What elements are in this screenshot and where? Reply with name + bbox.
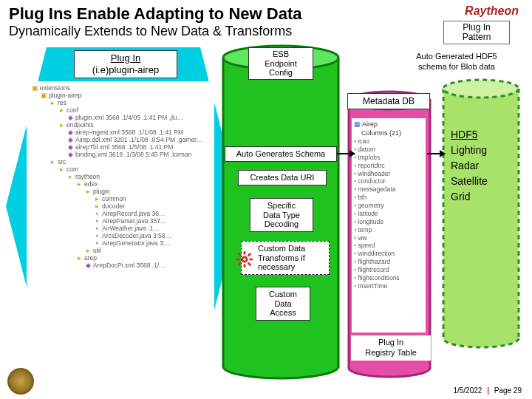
tree-item: arep [84, 254, 97, 262]
col-item: flightrecord [354, 266, 423, 274]
custom-da-l1: Custom [269, 290, 297, 299]
tree-item: AirepGenerator.java 3:… [102, 239, 171, 247]
hdf5-title: HDF5 [451, 127, 514, 143]
col-item: windheader [354, 170, 423, 178]
footer-page: Page 29 [494, 386, 522, 395]
plugin-label-box: Plug In (i.e)plugin-airep [74, 50, 177, 78]
plugin-reg-l2: Registry Table [365, 348, 417, 357]
tree-item: src [58, 158, 66, 166]
plugin-reg-l1: Plug In [378, 338, 403, 347]
tree-item: AirepParser.java 357… [102, 217, 166, 225]
hdf5-item: Lighting [451, 143, 514, 158]
specific-l3: Decoding [265, 219, 299, 228]
col-item: latitude [354, 210, 423, 218]
tree-item: AirepRecord.java 36… [102, 210, 166, 217]
esb-l3: Config [269, 68, 293, 77]
col-item: InsertTime [354, 282, 423, 290]
col-item: icao [354, 137, 423, 146]
footer: 1/5/2022 | Page 29 [453, 386, 522, 395]
tree-item: res [58, 99, 66, 106]
col-item: bth [354, 194, 423, 202]
col-item: conductor [354, 177, 423, 185]
pattern-l2: Pattern [444, 33, 509, 42]
col-item: datum [354, 146, 423, 154]
metadata-label: Metadata DB [347, 93, 430, 109]
auto-hdf5-l1: Auto Generated HDF5 [416, 52, 497, 61]
tree-item: util [93, 247, 101, 254]
svg-line-14 [239, 263, 242, 266]
arrow-meta-to-hdf5 [427, 153, 445, 154]
tree-item: plugin.xml 3568 .1/4/05 .1:41 PM .jlu… [75, 114, 183, 121]
auto-hdf5-l2: schema for Blob data [418, 62, 495, 71]
footer-date: 1/5/2022 [453, 386, 482, 395]
tree-item: Airep.ddl.xml 3201 .1/1/08 .0:54 PM .gam… [75, 136, 202, 143]
col-item: winddirection [354, 250, 423, 258]
svg-line-13 [248, 253, 251, 256]
col-sub: Columns (21) [354, 129, 423, 138]
svg-point-15 [243, 258, 246, 261]
col-item: reportdtrc [354, 162, 423, 170]
hdf5-list: HDF5 Lighting Radar Satellite Grid [451, 127, 514, 205]
tree-item: airepTbl.xml 3568 .1/5/08 .1:41 PM [75, 143, 173, 151]
hdf5-item: Radar [451, 158, 514, 174]
col-item: flighthazard [354, 258, 423, 266]
tree-item: airep-ingest.xml 3568 .1/1/08 .1:41 PM [75, 129, 183, 136]
specific-box: Specific Data Type Decoding [250, 198, 313, 232]
hdf5-item: Grid [451, 189, 514, 205]
column-list: ▦ Airep Columns (21) icao datum tmplobs … [352, 118, 426, 332]
esb-l1: ESB [273, 50, 289, 58]
col-item: temp [354, 226, 423, 234]
hdf5-item: Satellite [451, 174, 514, 189]
arrow-autogen-to-meta [337, 153, 355, 154]
tree-item: conf [66, 106, 78, 114]
plugin-label-l1: Plug In [111, 52, 140, 64]
tree-item: extensions [40, 84, 70, 92]
esb-l2: Endpoint [265, 59, 296, 68]
custom-tx-l3: necessary [258, 262, 295, 271]
auto-gen-box: Auto Generates Schema [225, 146, 337, 162]
tree-item: docoder [102, 202, 125, 210]
col-item: geometry [354, 202, 423, 210]
col-item: speed [354, 242, 423, 250]
custom-transform-box: Custom Data Transforms if necessary [241, 241, 330, 275]
file-tree: ▣extensions ▣plugin-airep ▸res ▸conf ◆pl… [27, 81, 214, 365]
plugin-registry-box: Plug In Registry Table [351, 335, 431, 361]
col-item: longitude [354, 218, 423, 226]
tree-item: plugin-airep [49, 92, 81, 99]
auto-hdf5-caption: Auto Generated HDF5 schema for Blob data [398, 52, 516, 72]
tree-item: com [66, 166, 78, 173]
tree-item: ArepDocPi.xml 3568 .1/… [93, 262, 166, 269]
svg-line-11 [239, 253, 242, 256]
svg-rect-22 [443, 89, 519, 338]
tree-item: plugin [93, 188, 110, 195]
tree-item: edex [84, 180, 98, 188]
custom-data-access-box: Custom Data Access [256, 287, 310, 321]
custom-tx-l1: Custom Data [258, 244, 305, 253]
plugin-label-l2: (i.e)plugin-airep [92, 64, 159, 75]
custom-tx-l2: Transforms if [258, 253, 305, 262]
col-item: messagedata [354, 185, 423, 194]
svg-point-25 [443, 80, 519, 98]
tree-item: ArcsDecoder.java 3:58… [102, 232, 171, 239]
esb-box: ESB Endpoint Config [248, 47, 313, 80]
col-item: flightconditions [354, 274, 423, 282]
gear-icon [236, 251, 253, 267]
tree-item: endpoints [66, 121, 94, 129]
custom-da-l2: Data [274, 299, 291, 308]
col-item: ww [354, 234, 423, 242]
slide-title: Plug Ins Enable Adapting to New Data [9, 4, 301, 24]
svg-line-12 [248, 263, 251, 266]
col-hd: Airep [362, 120, 378, 128]
custom-da-l3: Access [270, 308, 296, 317]
creates-uri-box: Creates Data URI [238, 170, 327, 185]
slide-subtitle: Dynamically Extends to New Data & Transf… [9, 24, 292, 39]
col-item: tmplobs [354, 154, 423, 162]
tree-item: binding.xml 3618 .1/3/08 5:45 PM .lorman [75, 151, 191, 158]
tree-item: raytheon [75, 173, 100, 180]
tree-item: common [102, 195, 126, 202]
seal-icon [7, 368, 34, 395]
brand-logo: Raytheon [465, 4, 519, 18]
hdf5-cylinder [440, 78, 522, 349]
pattern-box: Plug In Pattern [443, 21, 510, 44]
specific-l1: Specific [267, 201, 296, 210]
